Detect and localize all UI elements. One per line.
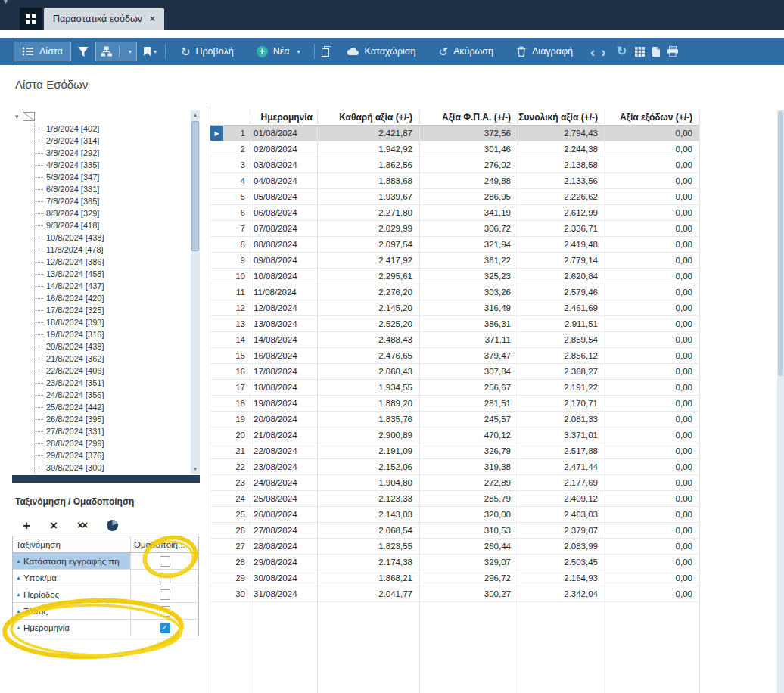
grid-cell-vat[interactable]: 303,26 (420, 284, 518, 300)
grid-row[interactable]: ▶ 14 14/08/2024 2.488,43 371,11 2.859,54… (210, 332, 772, 348)
grid-row[interactable]: ▶ 30 31/08/2024 2.041,77 300,27 2.342,04… (210, 586, 772, 602)
grid-cell-total[interactable]: 2.911,51 (518, 316, 605, 332)
grid-cell-net[interactable]: 1.942,92 (318, 141, 420, 157)
grid-cell-rownum[interactable]: ▶ 6 (210, 205, 250, 221)
sort-row-field[interactable]: ▲ Τύπος (13, 603, 131, 619)
sort-row[interactable]: ▲ Τύπος (13, 603, 198, 620)
grid-cell-vat[interactable]: 300,27 (420, 586, 518, 602)
print-button[interactable] (667, 46, 679, 57)
grid-cell-total[interactable]: 2.517,88 (518, 443, 605, 459)
grid-cell-total[interactable]: 2.794,43 (518, 126, 605, 141)
grid-cell-rownum[interactable]: ▶ 8 (210, 237, 250, 253)
grid-cell-net[interactable]: 1.868,21 (318, 570, 420, 586)
grid-cell-net[interactable]: 2.143,03 (318, 507, 420, 523)
tree-item-label[interactable]: 9/8/2024 [418] (46, 221, 99, 230)
grid-cell-date[interactable]: 22/08/2024 (250, 443, 318, 459)
grid-row[interactable]: ▶ 9 09/08/2024 2.417,92 361,22 2.779,14 … (210, 253, 772, 269)
group-checkbox[interactable] (160, 589, 170, 600)
grid-row[interactable]: ▶ 21 22/08/2024 2.191,09 326,79 2.517,88… (210, 443, 772, 459)
grid-cell-total[interactable]: 2.342,04 (518, 586, 605, 602)
grid-cell-date[interactable]: 07/08/2024 (250, 221, 318, 237)
grid-cell-vat[interactable]: 341,19 (420, 205, 518, 221)
grid-cell-date[interactable]: 09/08/2024 (250, 253, 318, 269)
grid-cell-net[interactable]: 2.295,61 (318, 269, 420, 284)
group-checkbox[interactable]: ✓ (160, 623, 170, 633)
tree-view-button[interactable]: ▾ (95, 42, 137, 61)
grid-row[interactable]: ▶ 4 04/08/2024 1.883,68 249,88 2.133,56 … (210, 173, 772, 189)
grid-cell-total[interactable]: 2.138,58 (518, 157, 605, 173)
tree-item-label[interactable]: 20/8/2024 [438] (46, 342, 104, 351)
grid-cell-rownum[interactable]: ▶ 13 (210, 316, 250, 332)
grid-cell-net[interactable]: 1.889,20 (318, 396, 420, 412)
delete-button[interactable]: Διαγραφή (508, 42, 581, 62)
tree-item-label[interactable]: 6/8/2024 [381] (46, 185, 99, 194)
tree-item[interactable]: 26/8/2024 [395] (35, 413, 189, 425)
sort-row-field[interactable]: ▲ Περίοδος (13, 586, 131, 602)
grid-cell-total[interactable]: 2.081,33 (518, 412, 605, 427)
grid-cell-vat[interactable]: 245,57 (420, 412, 518, 427)
grid-row[interactable]: ▶ 13 13/08/2024 2.525,20 386,31 2.911,51… (210, 316, 772, 332)
grid-cell-total[interactable]: 2.463,03 (518, 507, 605, 523)
grid-cell-rownum[interactable]: ▶ 7 (210, 221, 250, 237)
grid-cell-date[interactable]: 31/08/2024 (250, 586, 318, 602)
grid-row[interactable]: ▶ 15 16/08/2024 2.476,65 379,47 2.856,12… (210, 348, 772, 364)
grid-cell-vat[interactable]: 325,23 (420, 269, 518, 284)
grid-cell-net[interactable]: 2.123,33 (318, 491, 420, 507)
tree-item[interactable]: 13/8/2024 [458] (35, 268, 189, 280)
tree-item-label[interactable]: 26/8/2024 [395] (46, 415, 104, 424)
grid-cell-vat[interactable]: 260,44 (420, 539, 518, 555)
bookmark-caret-icon[interactable]: ▾ (154, 48, 157, 55)
sort-row[interactable]: ▲ Κατάσταση εγγραφής πη (13, 553, 198, 570)
tree-item[interactable]: 7/8/2024 [365] (35, 195, 189, 207)
bookmark-button[interactable]: ▾ (143, 46, 157, 57)
tree-item-label[interactable]: 13/8/2024 [458] (46, 269, 104, 278)
grid-cell-rownum[interactable]: ▶ 3 (210, 157, 250, 173)
tree-item-label[interactable]: 27/8/2024 [331] (46, 427, 104, 436)
grid-cell-rownum[interactable]: ▶ 18 (210, 396, 250, 412)
grid-cell-net[interactable]: 2.476,65 (318, 348, 420, 364)
remove-sort-icon[interactable]: × (50, 519, 58, 532)
grid-cell-vat[interactable]: 326,79 (420, 443, 518, 459)
grid-cell-date[interactable]: 26/08/2024 (250, 507, 318, 523)
grid-cell-net[interactable]: 2.525,20 (318, 316, 420, 332)
grid-cell-net[interactable]: 2.068,54 (318, 523, 420, 539)
grid-row[interactable]: ▶ 5 05/08/2024 1.939,67 286,95 2.226,62 … (210, 189, 772, 205)
grid-cell-total[interactable]: 2.368,27 (518, 364, 605, 380)
grid-cell-total[interactable]: 2.620,84 (518, 269, 605, 284)
grid-cell-total[interactable]: 2.133,56 (518, 173, 605, 189)
grid-cell-vat[interactable]: 307,84 (420, 364, 518, 380)
grid-cell-date[interactable]: 20/08/2024 (250, 412, 318, 427)
grid-cell-expenses[interactable]: 0,00 (605, 269, 700, 284)
tree-item-label[interactable]: 16/8/2024 [420] (46, 294, 104, 303)
tree-item-label[interactable]: 21/8/2024 [362] (46, 354, 104, 363)
grid-cell-rownum[interactable]: ▶ 16 (210, 364, 250, 380)
grid-cell-expenses[interactable]: 0,00 (605, 221, 700, 237)
grid-cell-vat[interactable]: 379,47 (420, 348, 518, 364)
tree-item[interactable]: 16/8/2024 [420] (35, 292, 189, 304)
panel-splitter[interactable] (207, 106, 207, 693)
grid-layout-button[interactable] (634, 46, 646, 57)
grid-cell-expenses[interactable]: 0,00 (605, 237, 700, 253)
grid-cell-expenses[interactable]: 0,00 (605, 173, 700, 189)
grid-cell-total[interactable]: 2.856,12 (518, 348, 605, 364)
grid-row[interactable]: ▶ 7 07/08/2024 2.029,99 306,72 2.336,71 … (210, 221, 772, 237)
grid-cell-net[interactable]: 1.835,76 (318, 412, 420, 427)
tree-item[interactable]: 25/8/2024 [442] (35, 401, 189, 413)
grid-cell-expenses[interactable]: 0,00 (605, 475, 700, 491)
grid-cell-rownum[interactable]: ▶ 1 (210, 126, 250, 141)
grid-header-total[interactable]: Συνολική αξία (+/-) (518, 110, 605, 126)
filter-icon[interactable] (77, 46, 89, 57)
copy-button[interactable] (322, 46, 332, 57)
group-checkbox[interactable] (160, 573, 170, 583)
grid-cell-expenses[interactable]: 0,00 (605, 348, 700, 364)
grid-cell-rownum[interactable]: ▶ 5 (210, 189, 250, 205)
grid-cell-date[interactable]: 12/08/2024 (250, 300, 318, 316)
tree-item-label[interactable]: 3/8/2024 [292] (46, 148, 99, 157)
tree-item-label[interactable]: 28/8/2024 [299] (46, 439, 104, 448)
grid-cell-total[interactable]: 2.244,38 (518, 141, 605, 157)
grid-cell-date[interactable]: 01/08/2024 (250, 126, 318, 141)
grid-cell-total[interactable]: 2.612,99 (518, 205, 605, 221)
save-button[interactable]: Καταχώριση (338, 42, 425, 61)
grid-cell-net[interactable]: 2.488,43 (318, 332, 420, 348)
tree-item[interactable]: 11/8/2024 [478] (35, 244, 189, 256)
